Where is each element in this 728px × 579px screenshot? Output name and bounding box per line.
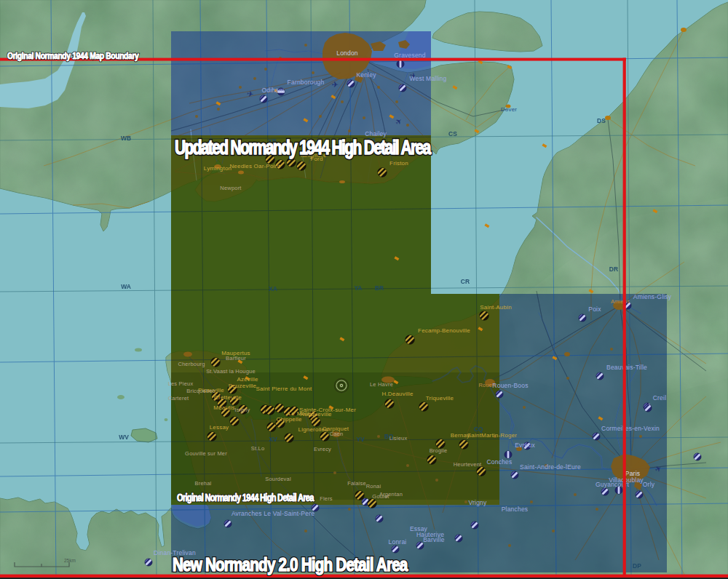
svg-text:Amiens: Amiens [611, 298, 630, 305]
svg-text:Beauvais-Tille: Beauvais-Tille [606, 364, 647, 371]
svg-text:Lessay: Lessay [210, 424, 229, 431]
svg-text:Ronai: Ronai [366, 483, 381, 490]
svg-text:DS: DS [597, 117, 606, 124]
svg-text:Rouen: Rouen [478, 382, 495, 388]
svg-text:Cretteville: Cretteville [214, 394, 242, 401]
svg-text:Dover: Dover [501, 106, 517, 113]
svg-text:Fecamp-Benouville: Fecamp-Benouville [418, 327, 470, 334]
svg-text:BR: BR [375, 284, 384, 292]
svg-text:XV: XV [269, 436, 277, 443]
svg-text:Sourdeval: Sourdeval [265, 476, 291, 482]
svg-text:Gravesend: Gravesend [394, 52, 425, 59]
svg-text:Caen: Caen [330, 431, 344, 437]
svg-text:Newport: Newport [220, 185, 242, 191]
svg-text:YA: YA [354, 284, 362, 292]
svg-text:Lonrai: Lonrai [389, 538, 407, 546]
svg-text:Isigny: Isigny [235, 407, 250, 413]
svg-text:Falaise: Falaise [347, 480, 366, 487]
svg-text:Sainte-Croix-sur-Mer: Sainte-Croix-sur-Mer [299, 407, 356, 413]
svg-text:Cherbourg: Cherbourg [178, 361, 205, 367]
svg-text:Saint-Aubin: Saint-Aubin [480, 304, 512, 311]
svg-text:St.Vaast la Hougue: St.Vaast la Hougue [206, 368, 256, 375]
svg-text:Conches: Conches [487, 458, 513, 466]
svg-text:SaintMartin-Roger: SaintMartin-Roger [467, 432, 517, 439]
svg-text:Vrigny: Vrigny [469, 499, 488, 506]
svg-text:Creil: Creil [653, 394, 666, 402]
svg-text:DR: DR [609, 265, 618, 273]
svg-text:Les Pieux: Les Pieux [168, 380, 194, 387]
svg-text:Updated Normandy 1944 High Det: Updated Normandy 1944 High Detail Area [175, 136, 431, 159]
svg-text:CS: CS [448, 130, 457, 137]
svg-text:Friston: Friston [389, 160, 408, 167]
svg-text:Evrecy: Evrecy [314, 446, 331, 452]
svg-text:CR: CR [461, 278, 470, 285]
svg-text:Odiham: Odiham [262, 87, 285, 94]
svg-text:Orly: Orly [643, 481, 655, 488]
svg-text:Broglie: Broglie [430, 447, 448, 454]
svg-text:Paris: Paris [625, 470, 640, 477]
svg-text:West Malling: West Malling [410, 75, 447, 82]
svg-text:Original Normandy 1944 High De: Original Normandy 1944 High Detail Area [177, 492, 314, 503]
svg-text:YV: YV [356, 436, 365, 443]
svg-text:Farnborough: Farnborough [288, 79, 325, 86]
svg-text:Flers: Flers [320, 495, 333, 502]
svg-text:WB: WB [121, 135, 131, 142]
svg-text:Meautis: Meautis [213, 404, 234, 411]
svg-text:Chippelle: Chippelle [276, 416, 302, 423]
svg-text:Lisieux: Lisieux [389, 435, 408, 442]
svg-text:Evreux: Evreux [515, 442, 535, 449]
svg-text:Avranches Le Val-Saint-Pere: Avranches Le Val-Saint-Pere [232, 510, 314, 517]
svg-text:WV: WV [119, 434, 129, 441]
svg-text:Carteret: Carteret [168, 395, 189, 402]
svg-text:Barfleur: Barfleur [226, 355, 246, 362]
svg-text:Lymington: Lymington [204, 165, 232, 172]
svg-text:Gouville sur Mer: Gouville sur Mer [185, 450, 227, 457]
svg-text:Saint-Andre-de-lEure: Saint-Andre-de-lEure [520, 463, 581, 471]
svg-text:XA: XA [269, 285, 277, 292]
svg-text:Azeville: Azeville [237, 376, 258, 383]
svg-text:Barville: Barville [423, 536, 445, 543]
svg-text:✈: ✈ [331, 80, 338, 89]
svg-text:London: London [336, 49, 358, 57]
svg-text:Needles Oar-Point: Needles Oar-Point [229, 163, 280, 169]
svg-text:Rouen-Boos: Rouen-Boos [492, 382, 528, 389]
svg-text:DP: DP [633, 562, 641, 570]
svg-text:Triqueville: Triqueville [426, 395, 454, 402]
svg-text:Heurtevent: Heurtevent [454, 461, 482, 468]
svg-text:Amiens-Glisy: Amiens-Glisy [633, 293, 672, 300]
svg-text:Saint Pierre du Mont: Saint Pierre du Mont [256, 386, 313, 392]
svg-text:Planches: Planches [502, 506, 529, 513]
svg-text:25km: 25km [64, 558, 76, 563]
svg-text:WA: WA [121, 283, 131, 290]
svg-text:H.Deauville: H.Deauville [381, 391, 413, 397]
svg-text:Poix: Poix [588, 306, 601, 313]
svg-text:Bricquebec: Bricquebec [186, 388, 215, 394]
svg-text:Brehal: Brehal [195, 480, 212, 487]
svg-text:Original Normandy 1944 Map Bou: Original Normandy 1944 Map Boundary [7, 51, 139, 60]
svg-text:Villacoublay: Villacoublay [609, 476, 644, 484]
svg-text:Beuzeville: Beuzeville [229, 383, 257, 389]
svg-text:St.Lo: St.Lo [251, 445, 265, 452]
svg-text:New Normandy 2.0 High Detail A: New Normandy 2.0 High Detail Area [173, 553, 408, 575]
svg-text:Cormeilles-en-Vexin: Cormeilles-en-Vexin [601, 425, 660, 432]
svg-text:Goulet: Goulet [372, 493, 389, 500]
svg-text:Le Havre: Le Havre [370, 381, 393, 388]
svg-text:Kenley: Kenley [356, 71, 376, 79]
